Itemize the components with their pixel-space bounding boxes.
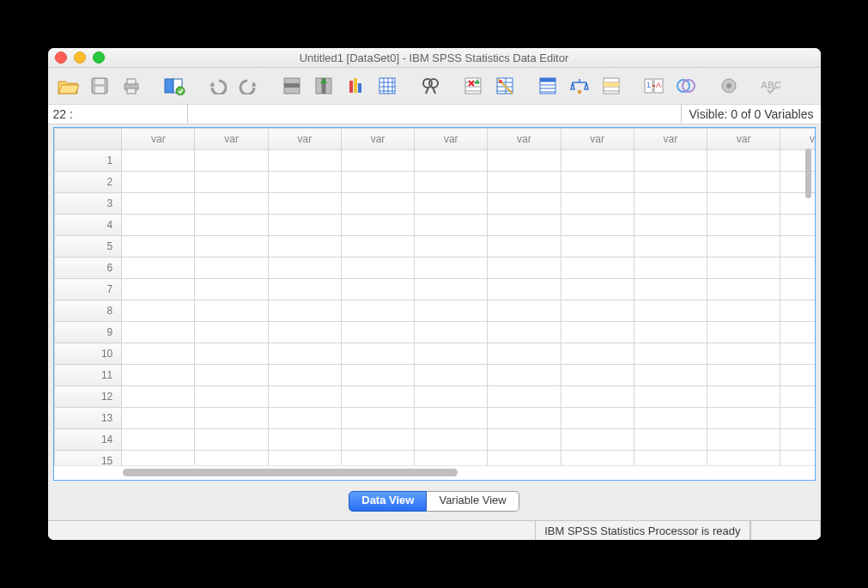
row-header[interactable]: 11 bbox=[54, 365, 122, 386]
grid-cell[interactable] bbox=[707, 258, 780, 279]
column-header[interactable]: var bbox=[707, 129, 780, 150]
grid-cell[interactable] bbox=[195, 429, 268, 451]
column-header[interactable]: var bbox=[634, 129, 707, 150]
row-header[interactable]: 8 bbox=[54, 300, 122, 322]
grid-cell[interactable] bbox=[122, 322, 195, 343]
tab-variable-view[interactable]: Variable View bbox=[427, 491, 519, 512]
grid-cell[interactable] bbox=[268, 258, 341, 279]
column-header[interactable]: var bbox=[561, 129, 634, 150]
grid-cell[interactable] bbox=[561, 258, 634, 279]
grid-cell[interactable] bbox=[707, 236, 780, 258]
grid-cell[interactable] bbox=[122, 172, 195, 193]
grid-cell[interactable] bbox=[415, 322, 488, 343]
row-header[interactable]: 12 bbox=[54, 386, 122, 408]
vertical-scrollbar[interactable] bbox=[803, 149, 813, 450]
row-header[interactable]: 2 bbox=[54, 172, 122, 193]
goto-case-icon[interactable] bbox=[279, 73, 305, 99]
grid-cell[interactable] bbox=[634, 429, 707, 451]
grid-cell[interactable] bbox=[561, 279, 634, 300]
grid-cell[interactable] bbox=[268, 215, 341, 236]
column-header[interactable]: var bbox=[195, 129, 268, 150]
grid-cell[interactable] bbox=[561, 386, 634, 408]
grid-cell[interactable] bbox=[707, 451, 780, 466]
grid-cell[interactable] bbox=[634, 365, 707, 386]
grid-cell[interactable] bbox=[707, 386, 780, 408]
grid-cell[interactable] bbox=[415, 258, 488, 279]
grid-cell[interactable] bbox=[707, 343, 780, 365]
grid-cell[interactable] bbox=[415, 429, 488, 451]
grid-cell[interactable] bbox=[268, 236, 341, 258]
row-header[interactable]: 5 bbox=[54, 236, 122, 258]
grid-cell[interactable] bbox=[341, 408, 414, 429]
grid-cell[interactable] bbox=[634, 386, 707, 408]
grid-cell[interactable] bbox=[122, 429, 195, 451]
row-header[interactable]: 9 bbox=[54, 322, 122, 343]
use-variable-sets-icon[interactable] bbox=[673, 73, 699, 99]
grid-cell[interactable] bbox=[195, 193, 268, 215]
grid-cell[interactable] bbox=[780, 451, 815, 466]
grid-cell[interactable] bbox=[341, 300, 414, 322]
spellcheck-icon[interactable]: ABC bbox=[759, 73, 785, 99]
grid-cell[interactable] bbox=[707, 365, 780, 386]
column-header[interactable]: var bbox=[415, 129, 488, 150]
grid-cell[interactable] bbox=[634, 343, 707, 365]
grid-cell[interactable] bbox=[268, 343, 341, 365]
grid-cell[interactable] bbox=[707, 429, 780, 451]
grid-cell[interactable] bbox=[561, 236, 634, 258]
grid-cell[interactable] bbox=[341, 279, 414, 300]
grid-cell[interactable] bbox=[195, 172, 268, 193]
grid-cell[interactable] bbox=[415, 172, 488, 193]
grid-cell[interactable] bbox=[415, 193, 488, 215]
grid-cell[interactable] bbox=[122, 365, 195, 386]
grid-cell[interactable] bbox=[195, 258, 268, 279]
column-header[interactable]: var bbox=[780, 129, 815, 150]
grid-cell[interactable] bbox=[122, 193, 195, 215]
grid-cell[interactable] bbox=[122, 236, 195, 258]
grid-cell[interactable] bbox=[415, 279, 488, 300]
grid-cell[interactable] bbox=[341, 343, 414, 365]
grid-cell[interactable] bbox=[341, 150, 414, 172]
grid-cell[interactable] bbox=[415, 451, 488, 466]
grid-cell[interactable] bbox=[341, 172, 414, 193]
grid-cell[interactable] bbox=[707, 215, 780, 236]
grid-cell[interactable] bbox=[634, 236, 707, 258]
undo-icon[interactable] bbox=[204, 73, 230, 99]
data-grid[interactable]: varvarvarvarvarvarvarvarvarvar1234567891… bbox=[54, 128, 815, 465]
grid-cell[interactable] bbox=[707, 300, 780, 322]
grid-cell[interactable] bbox=[707, 150, 780, 172]
grid-cell[interactable] bbox=[122, 150, 195, 172]
grid-cell[interactable] bbox=[561, 172, 634, 193]
grid-cell[interactable] bbox=[561, 408, 634, 429]
grid-cell[interactable] bbox=[634, 322, 707, 343]
column-header[interactable]: var bbox=[341, 129, 414, 150]
grid-cell[interactable] bbox=[634, 193, 707, 215]
grid-cell[interactable] bbox=[415, 215, 488, 236]
grid-cell[interactable] bbox=[268, 451, 341, 466]
grid-cell[interactable] bbox=[341, 193, 414, 215]
grid-cell[interactable] bbox=[488, 429, 561, 451]
grid-cell[interactable] bbox=[415, 300, 488, 322]
run-descriptives-icon[interactable] bbox=[374, 73, 400, 99]
cell-reference-box[interactable]: 22 : bbox=[48, 105, 188, 124]
cell-value-input[interactable] bbox=[188, 105, 683, 124]
find-icon[interactable] bbox=[417, 73, 443, 99]
minimize-window-button[interactable] bbox=[74, 52, 86, 64]
value-labels-icon[interactable]: 1A bbox=[641, 73, 667, 99]
close-window-button[interactable] bbox=[55, 52, 67, 64]
grid-cell[interactable] bbox=[195, 322, 268, 343]
grid-cell[interactable] bbox=[488, 236, 561, 258]
grid-cell[interactable] bbox=[561, 365, 634, 386]
grid-cell[interactable] bbox=[634, 279, 707, 300]
grid-cell[interactable] bbox=[341, 386, 414, 408]
grid-cell[interactable] bbox=[561, 451, 634, 466]
select-cases-icon[interactable] bbox=[598, 73, 624, 99]
grid-cell[interactable] bbox=[268, 408, 341, 429]
weight-cases-icon[interactable] bbox=[567, 73, 592, 99]
grid-cell[interactable] bbox=[634, 408, 707, 429]
grid-cell[interactable] bbox=[488, 365, 561, 386]
grid-cell[interactable] bbox=[268, 172, 341, 193]
tab-data-view[interactable]: Data View bbox=[349, 491, 427, 512]
grid-cell[interactable] bbox=[195, 279, 268, 300]
row-header[interactable]: 14 bbox=[54, 429, 122, 451]
grid-cell[interactable] bbox=[195, 386, 268, 408]
